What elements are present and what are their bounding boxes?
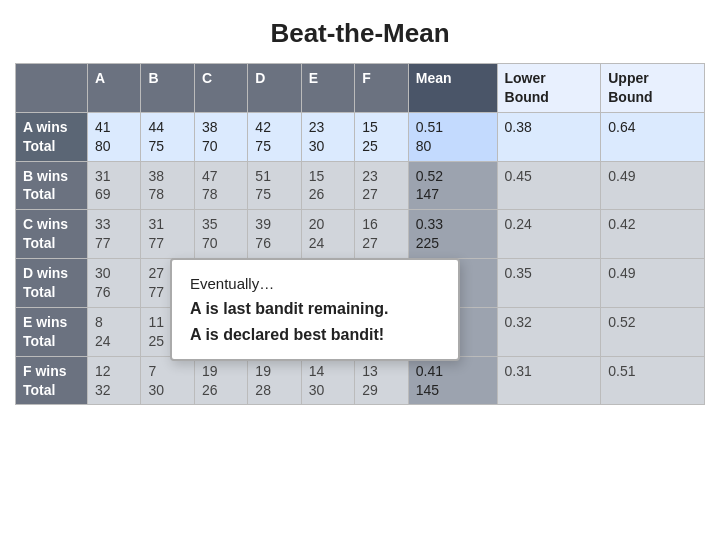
cell-c-c: 3570 [194, 210, 247, 259]
cell-f-f: 1329 [355, 356, 408, 405]
header-lower-bound: LowerBound [497, 64, 601, 113]
row-label-c: C winsTotal [16, 210, 88, 259]
table-container: A B C D E F Mean LowerBound UpperBound A… [15, 63, 705, 405]
cell-d-a: 3076 [88, 259, 141, 308]
cell-b-b: 3878 [141, 161, 194, 210]
cell-b-a: 3169 [88, 161, 141, 210]
cell-e-a: 824 [88, 307, 141, 356]
cell-f-mean: 0.41145 [408, 356, 497, 405]
cell-c-e: 2024 [301, 210, 354, 259]
popup-line1: Eventually… [190, 272, 440, 296]
row-label-a: A winsTotal [16, 112, 88, 161]
row-label-b: B winsTotal [16, 161, 88, 210]
header-empty [16, 64, 88, 113]
cell-c-b: 3177 [141, 210, 194, 259]
cell-b-mean: 0.52147 [408, 161, 497, 210]
row-a-wins: A winsTotal 4180 4475 3870 4275 2330 152… [16, 112, 705, 161]
cell-a-upper: 0.64 [601, 112, 705, 161]
cell-a-mean: 0.5180 [408, 112, 497, 161]
cell-c-d: 3976 [248, 210, 301, 259]
cell-f-b: 730 [141, 356, 194, 405]
header-b: B [141, 64, 194, 113]
cell-a-f: 1525 [355, 112, 408, 161]
row-label-f: F winsTotal [16, 356, 88, 405]
cell-a-lower: 0.38 [497, 112, 601, 161]
row-label-d: D winsTotal [16, 259, 88, 308]
cell-a-e: 2330 [301, 112, 354, 161]
header-a: A [88, 64, 141, 113]
cell-c-upper: 0.42 [601, 210, 705, 259]
cell-f-upper: 0.51 [601, 356, 705, 405]
popup-line3: A is declared best bandit! [190, 322, 440, 348]
cell-c-lower: 0.24 [497, 210, 601, 259]
cell-a-d: 4275 [248, 112, 301, 161]
cell-c-f: 1627 [355, 210, 408, 259]
page-title: Beat-the-Mean [270, 18, 449, 49]
cell-a-b: 4475 [141, 112, 194, 161]
cell-c-a: 3377 [88, 210, 141, 259]
header-e: E [301, 64, 354, 113]
row-label-e: E winsTotal [16, 307, 88, 356]
row-f-wins: F winsTotal 1232 730 1926 1928 1430 1329… [16, 356, 705, 405]
header-upper-bound: UpperBound [601, 64, 705, 113]
header-d: D [248, 64, 301, 113]
cell-f-c: 1926 [194, 356, 247, 405]
cell-b-lower: 0.45 [497, 161, 601, 210]
cell-f-e: 1430 [301, 356, 354, 405]
cell-a-a: 4180 [88, 112, 141, 161]
cell-f-d: 1928 [248, 356, 301, 405]
cell-d-upper: 0.49 [601, 259, 705, 308]
popup-message: Eventually… A is last bandit remaining. … [170, 258, 460, 361]
cell-d-lower: 0.35 [497, 259, 601, 308]
cell-a-c: 3870 [194, 112, 247, 161]
cell-e-upper: 0.52 [601, 307, 705, 356]
header-c: C [194, 64, 247, 113]
cell-f-lower: 0.31 [497, 356, 601, 405]
cell-c-mean: 0.33225 [408, 210, 497, 259]
popup-line2: A is last bandit remaining. [190, 296, 440, 322]
header-mean: Mean [408, 64, 497, 113]
cell-b-f: 2327 [355, 161, 408, 210]
cell-b-d: 5175 [248, 161, 301, 210]
cell-b-c: 4778 [194, 161, 247, 210]
header-f: F [355, 64, 408, 113]
cell-e-lower: 0.32 [497, 307, 601, 356]
cell-b-e: 1526 [301, 161, 354, 210]
cell-f-a: 1232 [88, 356, 141, 405]
row-c-wins: C winsTotal 3377 3177 3570 3976 2024 162… [16, 210, 705, 259]
cell-b-upper: 0.49 [601, 161, 705, 210]
row-b-wins: B winsTotal 3169 3878 4778 5175 1526 232… [16, 161, 705, 210]
